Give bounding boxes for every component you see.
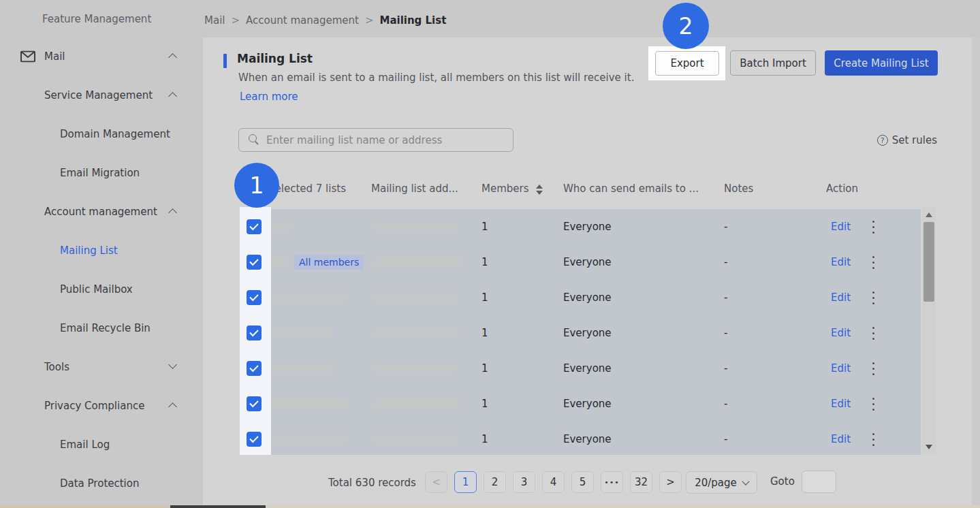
search-icon <box>249 134 259 145</box>
more-actions-icon[interactable] <box>872 433 874 446</box>
breadcrumb: Mail > Account management > Mailing List <box>204 14 446 27</box>
page-button-4[interactable]: 4 <box>542 471 565 493</box>
sidebar-menu: Mail Service Management Domain Managemen… <box>0 37 203 503</box>
chevron-up-icon[interactable] <box>168 92 177 101</box>
sort-icon[interactable] <box>536 185 543 195</box>
edit-link[interactable]: Edit <box>831 221 851 233</box>
notes-cell: - <box>724 327 727 339</box>
breadcrumb-account-management[interactable]: Account management <box>246 14 359 27</box>
row-checkbox[interactable] <box>247 290 262 305</box>
table-scrollbar <box>922 208 936 455</box>
notes-cell: - <box>724 256 727 268</box>
sidebar-item-label: Public Mailbox <box>60 283 133 296</box>
mail-admin-console: Feature Management Mail Service Manageme… <box>0 0 980 508</box>
bottom-edge-strip <box>0 505 980 508</box>
sidebar-item-tools[interactable]: Tools <box>0 347 203 386</box>
chevron-up-icon[interactable] <box>168 402 177 411</box>
redacted-address-bar <box>373 399 459 409</box>
page-button-1[interactable]: 1 <box>454 471 477 493</box>
row-checkbox[interactable] <box>247 326 262 340</box>
redacted-name-bar <box>271 364 334 373</box>
column-header-notes: Notes <box>724 182 753 195</box>
sidebar-item-mailing-list[interactable]: Mailing List <box>0 231 203 270</box>
table-row: All members 1 Everyone - Edit <box>240 244 921 280</box>
search-input[interactable] <box>238 128 513 152</box>
more-actions-icon[interactable] <box>872 221 874 234</box>
goto-page-input[interactable] <box>802 471 836 493</box>
edit-link[interactable]: Edit <box>831 362 851 375</box>
table-row: 1 Everyone - Edit <box>240 280 921 315</box>
export-button[interactable]: Export <box>655 51 719 76</box>
who-can-send-cell: Everyone <box>563 256 612 268</box>
more-actions-icon[interactable] <box>872 362 874 375</box>
sidebar-item-email-migration[interactable]: Email Migration <box>0 153 203 192</box>
redacted-address-bar <box>373 434 458 444</box>
title-accent-bar <box>223 54 227 68</box>
table-row: 1 Everyone - Edit <box>240 209 921 244</box>
learn-more-link[interactable]: Learn more <box>240 91 298 103</box>
total-records-label: Total 630 records <box>328 477 416 489</box>
row-checkbox[interactable] <box>247 361 262 376</box>
column-header-address: Mailing list add... <box>371 182 458 195</box>
sidebar-item-domain-management[interactable]: Domain Management <box>0 114 203 153</box>
ellipsis-button[interactable]: ••• <box>601 471 623 493</box>
redacted-name-bar <box>271 222 291 232</box>
page-size-value: 20/page <box>695 477 737 489</box>
edit-link[interactable]: Edit <box>831 398 851 410</box>
who-can-send-cell: Everyone <box>563 327 612 339</box>
sidebar-item-service-management[interactable]: Service Management <box>0 76 203 114</box>
page-button-32[interactable]: 32 <box>630 471 652 493</box>
more-actions-icon[interactable] <box>872 327 874 340</box>
chevron-up-icon[interactable] <box>168 53 177 62</box>
sidebar-item-label: Privacy Compliance <box>44 400 144 412</box>
breadcrumb-mailing-list: Mailing List <box>379 14 446 27</box>
sidebar-item-label: Account management <box>44 206 157 218</box>
previous-page-button[interactable]: < <box>425 471 447 493</box>
chevron-down-icon[interactable] <box>168 360 177 369</box>
row-checkbox[interactable] <box>247 396 262 411</box>
row-checkbox[interactable] <box>247 432 262 447</box>
row-checkbox[interactable] <box>247 219 262 234</box>
chevron-down-icon <box>742 477 749 485</box>
sidebar-item-email-recycle-bin[interactable]: Email Recycle Bin <box>0 308 203 347</box>
redacted-address-bar <box>373 222 458 232</box>
who-can-send-cell: Everyone <box>563 291 612 304</box>
question-icon: ? <box>877 135 888 146</box>
redacted-address-bar <box>373 328 459 338</box>
mail-icon <box>20 50 35 62</box>
scroll-up-icon[interactable] <box>926 212 932 217</box>
sidebar-item-privacy-compliance[interactable]: Privacy Compliance <box>0 386 203 425</box>
table-row: 1 Everyone - Edit <box>240 351 921 386</box>
scroll-down-icon[interactable] <box>926 445 932 449</box>
sidebar-item-public-mailbox[interactable]: Public Mailbox <box>0 270 203 308</box>
page-button-3[interactable]: 3 <box>513 471 535 493</box>
edit-link[interactable]: Edit <box>831 327 851 339</box>
page-button-5[interactable]: 5 <box>571 471 594 493</box>
edit-link[interactable]: Edit <box>831 256 851 268</box>
notes-cell: - <box>724 362 727 375</box>
more-actions-icon[interactable] <box>872 291 874 304</box>
sidebar-item-data-protection[interactable]: Data Protection <box>0 464 203 503</box>
sidebar-item-email-log[interactable]: Email Log <box>0 425 203 464</box>
main-panel: Mailing List When an email is sent to a … <box>203 37 980 505</box>
page-button-2[interactable]: 2 <box>484 471 506 493</box>
sidebar-item-account-management[interactable]: Account management <box>0 192 203 231</box>
set-rules-link[interactable]: ? Set rules <box>877 134 937 146</box>
scrollbar-thumb[interactable] <box>923 222 934 302</box>
sidebar-item-label: Tools <box>44 361 69 373</box>
edit-link[interactable]: Edit <box>831 291 851 304</box>
column-header-members[interactable]: Members <box>481 182 529 195</box>
goto-label: Goto <box>770 475 795 488</box>
create-mailing-list-button[interactable]: Create Mailing List <box>825 50 938 76</box>
sidebar-item-mail[interactable]: Mail <box>0 37 203 76</box>
next-page-button[interactable]: > <box>659 471 682 493</box>
more-actions-icon[interactable] <box>872 398 874 411</box>
batch-import-button[interactable]: Batch Import <box>730 50 816 76</box>
page-size-select[interactable]: 20/page <box>686 471 757 494</box>
chevron-up-icon[interactable] <box>168 208 177 217</box>
page-title: Mailing List <box>237 52 313 65</box>
more-actions-icon[interactable] <box>872 256 874 269</box>
row-checkbox[interactable] <box>247 255 262 270</box>
breadcrumb-mail[interactable]: Mail <box>204 14 225 27</box>
edit-link[interactable]: Edit <box>831 433 851 445</box>
